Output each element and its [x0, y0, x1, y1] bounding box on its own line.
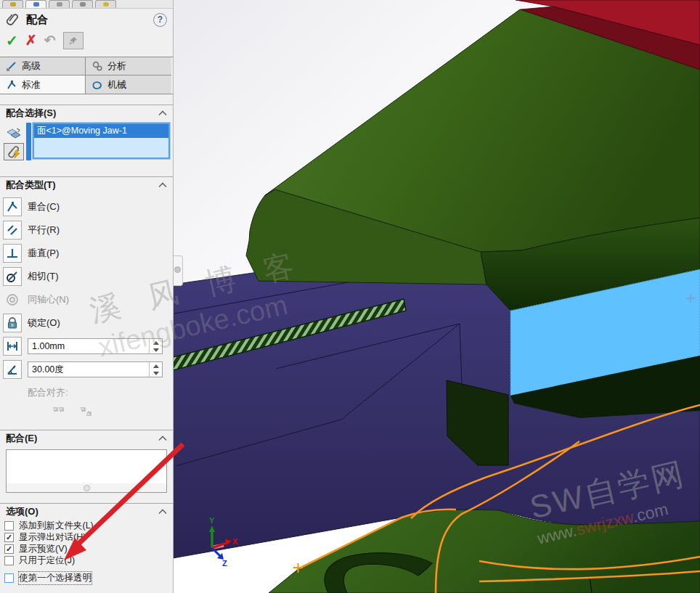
option-use-for-positioning-only[interactable]: 只用于定位(J)	[0, 555, 173, 566]
angle-value[interactable]: 30.00度	[28, 364, 149, 376]
mate-selection-listbox[interactable]: 面<1>@Moving Jaw-1	[33, 123, 170, 159]
graphics-viewport[interactable]: Y X Z	[173, 0, 700, 593]
angle-mate-row[interactable]: 30.00度	[3, 360, 173, 379]
selected-entity-item[interactable]: 面<1>@Moving Jaw-1	[34, 124, 168, 138]
analysis-gears-icon	[91, 60, 103, 72]
option-label: 只用于定位(J)	[19, 555, 75, 567]
property-manager-panel: 配合 ? ✓ ✗ ↶ 高级 分析 标准	[0, 0, 174, 593]
collapse-chevron-icon[interactable]	[158, 435, 167, 441]
panel-title: 配合	[26, 13, 153, 27]
tab-advanced-label: 高级	[22, 60, 41, 73]
mate-selections-title: 配合选择(S)	[6, 107, 56, 120]
advanced-icon	[6, 60, 17, 72]
collapse-chevron-icon[interactable]	[158, 509, 167, 515]
mate-mode-tabs: 高级 分析 标准 机械	[0, 57, 173, 94]
tab-standard[interactable]: 标准	[0, 75, 86, 94]
checkbox[interactable]: ✓	[4, 544, 14, 554]
undo-icon[interactable]: ↶	[44, 34, 56, 47]
coincident-icon	[3, 197, 22, 216]
mates-listbox[interactable]	[6, 449, 167, 493]
distance-icon	[3, 337, 22, 356]
pm-tab-2[interactable]	[25, 0, 46, 9]
triad-x-label: X	[232, 537, 238, 546]
mate-types-header[interactable]: 配合类型(T)	[0, 177, 173, 193]
perpendicular-icon	[3, 244, 22, 263]
mate-type-lock[interactable]: 锁定(O)	[3, 314, 173, 332]
vise-assembly-model: Y X Z	[173, 0, 700, 593]
lock-icon	[3, 314, 22, 332]
pm-tab-4[interactable]	[72, 0, 93, 9]
option-show-popup-dialog[interactable]: ✓ 显示弹出对话(H)	[0, 531, 173, 543]
checkbox[interactable]	[4, 556, 14, 565]
listbox-resize-grip[interactable]	[7, 483, 166, 492]
checkbox[interactable]	[4, 573, 14, 583]
checkbox[interactable]: ✓	[4, 533, 14, 542]
angle-spinner[interactable]	[149, 362, 162, 377]
checkbox[interactable]	[4, 521, 14, 531]
pin-button[interactable]	[63, 32, 84, 49]
pm-tab-5[interactable]	[95, 0, 116, 9]
selection-box-accent	[26, 123, 31, 160]
option-make-first-selection-transparent[interactable]: 使第一个选择透明	[0, 572, 173, 584]
concentric-icon	[3, 290, 22, 309]
mate-type-concentric: 同轴心(N)	[3, 290, 173, 309]
mate-type-coincident[interactable]: 重合(C)	[3, 197, 173, 216]
option-show-preview[interactable]: ✓ 显示预览(V)	[0, 543, 173, 555]
triad-y-label: Y	[209, 516, 215, 525]
anti-aligned-icon	[77, 402, 94, 420]
tab-mechanical-label: 机械	[107, 78, 126, 91]
option-label: 显示预览(V)	[19, 543, 68, 555]
option-add-to-new-folder[interactable]: 添加到新文件夹(L)	[0, 520, 173, 531]
distance-input[interactable]: 1.00mm	[28, 338, 163, 354]
mate-type-perpendicular[interactable]: 垂直(P)	[3, 244, 173, 263]
option-label: 使第一个选择透明	[19, 572, 91, 584]
angle-icon	[3, 360, 22, 379]
property-manager-tabstrip	[0, 0, 173, 9]
collapse-chevron-icon[interactable]	[158, 110, 167, 116]
options-header[interactable]: 选项(O)	[0, 504, 173, 520]
aligned-icon	[49, 402, 67, 420]
option-label: 显示弹出对话(H)	[19, 531, 86, 544]
mates-title: 配合(E)	[6, 432, 37, 445]
select-entities-icon[interactable]	[4, 124, 24, 142]
mate-types-title: 配合类型(T)	[6, 179, 56, 192]
tangent-icon	[3, 267, 22, 286]
confirm-icon[interactable]: ✓	[6, 34, 18, 47]
mates-header[interactable]: 配合(E)	[0, 430, 173, 446]
mate-alignment-label: 配合对齐:	[28, 386, 173, 399]
option-label: 添加到新文件夹(L)	[19, 520, 94, 532]
pin-icon	[68, 36, 78, 46]
options-title: 选项(O)	[6, 505, 38, 518]
tab-analysis[interactable]: 分析	[86, 57, 171, 75]
tab-analysis-label: 分析	[107, 60, 126, 73]
pm-tab-1[interactable]	[2, 0, 23, 9]
cancel-icon[interactable]: ✗	[25, 34, 37, 47]
mate-paperclip-icon	[6, 12, 20, 27]
standard-mate-icon	[6, 79, 17, 91]
smart-mate-icon[interactable]	[4, 143, 24, 160]
panel-splitter-handle[interactable]	[173, 255, 183, 286]
distance-mate-row[interactable]: 1.00mm	[3, 337, 173, 356]
parallel-icon	[3, 221, 22, 240]
help-icon[interactable]: ?	[153, 13, 167, 27]
angle-input[interactable]: 30.00度	[28, 361, 163, 377]
distance-spinner[interactable]	[149, 339, 162, 353]
pm-tab-3[interactable]	[49, 0, 70, 9]
mechanical-cam-icon	[91, 79, 103, 91]
tab-mechanical[interactable]: 机械	[86, 75, 171, 94]
tab-advanced[interactable]: 高级	[0, 57, 86, 75]
collapse-chevron-icon[interactable]	[158, 182, 167, 188]
distance-value[interactable]: 1.00mm	[28, 341, 149, 351]
mate-type-tangent[interactable]: 相切(T)	[3, 267, 173, 286]
tab-standard-label: 标准	[22, 78, 41, 91]
mate-selections-header[interactable]: 配合选择(S)	[0, 105, 173, 121]
triad-z-label: Z	[222, 559, 227, 568]
mate-type-parallel[interactable]: 平行(R)	[3, 221, 173, 240]
